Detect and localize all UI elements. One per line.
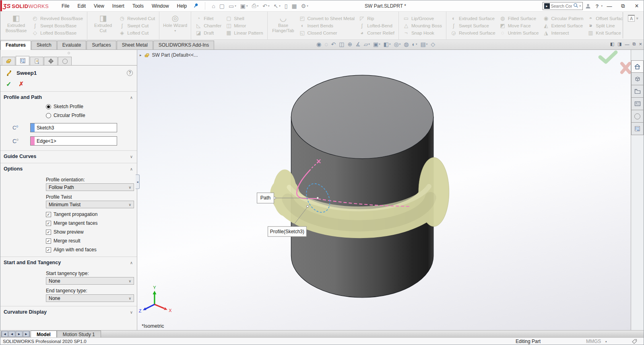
ribbon-extruded-surface[interactable]: ◐Extruded Surface	[450, 15, 496, 21]
view-orientation-button[interactable]: ▣▾	[372, 41, 381, 48]
rotate-view-button[interactable]: ◇	[430, 41, 436, 48]
menu-tools[interactable]: Tools	[129, 2, 147, 10]
section-start-end-tangency[interactable]: Start and End Tangency ∧	[0, 257, 137, 267]
confirm-cancel-icon[interactable]	[622, 64, 630, 72]
section-view-button[interactable]: ◫	[338, 41, 345, 48]
feature-manager-tab[interactable]	[2, 57, 15, 65]
minimize-button[interactable]: —	[603, 0, 616, 12]
section-profile-and-path[interactable]: Profile and Path ∧	[0, 92, 137, 102]
configuration-manager-tab[interactable]	[30, 57, 43, 65]
3d-scene[interactable]: Path Profile(Sketch3) Y X Z	[137, 50, 631, 331]
edit-appearance-button[interactable]: ◍	[403, 41, 409, 48]
apply-scene-button[interactable]: ◐▾	[411, 41, 418, 48]
tab-sheet-metal[interactable]: Sheet Metal	[117, 41, 153, 49]
profile-callout[interactable]: Profile(Sketch3)	[268, 226, 306, 236]
file-properties-button[interactable]: ▦	[290, 2, 298, 10]
ribbon-corner-relief[interactable]: ◕Corner Relief	[358, 30, 395, 36]
search-icon[interactable]	[573, 2, 578, 10]
ribbon-closed-corner[interactable]: ◱Closed Corner	[298, 30, 356, 36]
select-button[interactable]: ↖▾	[272, 2, 282, 10]
ribbon-extend-surface[interactable]: ◭Extend Surface	[542, 23, 584, 29]
part-name[interactable]: SW Part (Default<<...	[152, 52, 198, 58]
ribbon-revolved-cut[interactable]: ◷Revolved Cut	[118, 15, 156, 21]
section-curvature-display[interactable]: Curvature Display ∨	[0, 306, 137, 317]
doc-close-button[interactable]: ×	[639, 41, 642, 47]
profile-orientation-dropdown[interactable]: Follow Path ∨	[46, 183, 134, 191]
design-library-button[interactable]	[631, 73, 644, 85]
tab-sketch[interactable]: Sketch	[31, 41, 57, 49]
login-user-icon[interactable]	[583, 3, 593, 9]
cancel-x-button[interactable]: ✗	[19, 80, 24, 88]
last-tab-button[interactable]: ▶	[23, 331, 30, 337]
help-button[interactable]: ?	[593, 3, 601, 9]
print-button[interactable]: ⎙▾	[250, 2, 260, 10]
checkbox-show-preview[interactable]: ✓Show preview	[46, 229, 137, 235]
ribbon-lofted-cut[interactable]: ◈Lofted Cut	[118, 30, 156, 36]
display-style-button[interactable]: ◧▾	[383, 41, 392, 48]
file-explorer-button[interactable]	[631, 85, 644, 98]
tab-features[interactable]: Features	[0, 41, 31, 50]
search-commands-box[interactable]: ▸ ▾	[543, 2, 583, 10]
menu-view[interactable]: View	[91, 2, 107, 10]
ribbon-overflow-button[interactable]: »	[589, 22, 592, 28]
pin-menu-icon[interactable]	[192, 2, 200, 10]
checkbox-merge-tangent-faces[interactable]: ✓Merge tangent faces	[46, 220, 137, 226]
dynamic-annotation-views-button[interactable]: ⊕	[347, 41, 353, 48]
ribbon-base-flange-tab[interactable]: ◡BaseFlange/Tab	[271, 12, 296, 39]
end-tangency-dropdown[interactable]: None ∨	[46, 294, 134, 302]
checkbox-align-with-end-faces[interactable]: ✓Align with end faces	[46, 247, 137, 253]
graphics-viewport[interactable]: ▸ SW Part (Default<<...	[137, 50, 631, 330]
search-scope-caret[interactable]: ▾	[580, 4, 581, 8]
collapse-right-pane-button[interactable]: ◨	[617, 41, 621, 47]
profile-selection-box[interactable]	[30, 123, 117, 132]
ribbon-swept-surface[interactable]: ʃSwept Surface	[450, 23, 496, 29]
ribbon-extruded-cut[interactable]: ◨ExtrudedCut	[91, 12, 116, 39]
ribbon-split-line[interactable]: ◒Split Line	[586, 23, 626, 29]
tree-expand-arrow[interactable]: ▸	[140, 53, 142, 57]
ok-check-button[interactable]: ✓	[6, 80, 11, 88]
menu-help[interactable]: Help	[174, 2, 190, 10]
previous-view-button[interactable]: ↶	[330, 41, 337, 48]
doc-minimize-button[interactable]: —	[625, 42, 630, 47]
appearances-scenes-button[interactable]	[631, 110, 644, 123]
path-input[interactable]	[35, 137, 117, 145]
open-button[interactable]: ▭▾	[227, 2, 238, 10]
tab-evaluate[interactable]: Evaluate	[57, 41, 87, 49]
tab-surfaces[interactable]: Surfaces	[87, 41, 116, 49]
annotation-style-icon[interactable]: A	[628, 15, 635, 22]
checkbox-tangent-propagation[interactable]: ✓Tangent propagation	[46, 212, 137, 217]
ribbon-mounting-boss[interactable]: △Mounting Boss	[402, 23, 443, 29]
tags-icon[interactable]	[632, 339, 637, 345]
ribbon-swept-cut[interactable]: ʃSwept Cut	[118, 23, 156, 29]
model-tab[interactable]: Model	[31, 331, 57, 337]
section-guide-curves[interactable]: Guide Curves ∨	[0, 151, 137, 161]
ribbon-extruded-boss-base[interactable]: ◧ExtrudedBoss/Base	[4, 12, 29, 39]
expand-chevrons-icon[interactable]: »	[636, 17, 640, 20]
checkbox-merge-result[interactable]: ✓Merge result	[46, 238, 137, 244]
ribbon-revolved-boss-base[interactable]: ◴Revolved Boss/Base	[31, 15, 84, 21]
undo-button[interactable]: ↶▾	[261, 2, 271, 10]
ribbon-lofted-boss-base[interactable]: ◇Lofted Boss/Base	[31, 30, 84, 36]
3d-drawing-view-button[interactable]: ▱▾	[363, 41, 371, 48]
restore-button[interactable]: ⧉	[616, 0, 630, 12]
ribbon-intersect[interactable]: ◮Intersect	[542, 30, 584, 36]
ribbon-fillet[interactable]: ◔Fillet	[194, 15, 222, 21]
ribbon-draft[interactable]: ◪Draft	[194, 30, 222, 36]
ribbon-chamfer[interactable]: ◺Chamfer	[194, 23, 222, 29]
ribbon-revolved-surface[interactable]: ◶Revolved Surface	[450, 30, 496, 36]
menu-insert[interactable]: Insert	[109, 2, 128, 10]
ribbon-hole-wizard[interactable]: ◎Hole Wizard▾	[163, 12, 188, 39]
ribbon-untrim-surface[interactable]: ◌Untrim Surface	[499, 30, 540, 36]
ribbon-offset-surface[interactable]: ◓Offset Surface	[586, 15, 626, 21]
rebuild-button[interactable]: ▯	[283, 2, 289, 10]
measure-button[interactable]: ∡	[355, 41, 361, 48]
home-button[interactable]: ⌂	[210, 2, 217, 10]
new-document-button[interactable]: ▢	[218, 2, 226, 10]
cylinder-top-face[interactable]	[291, 75, 433, 159]
ribbon-knit-surface[interactable]: ▥Knit Surface	[586, 30, 626, 36]
profile-input[interactable]	[35, 123, 117, 132]
zoom-to-fit-button[interactable]: ◉	[316, 41, 322, 48]
menu-edit[interactable]: Edit	[74, 2, 89, 10]
section-options[interactable]: Options ∧	[0, 163, 137, 174]
ribbon-rip[interactable]: ◸Rip	[358, 15, 395, 21]
